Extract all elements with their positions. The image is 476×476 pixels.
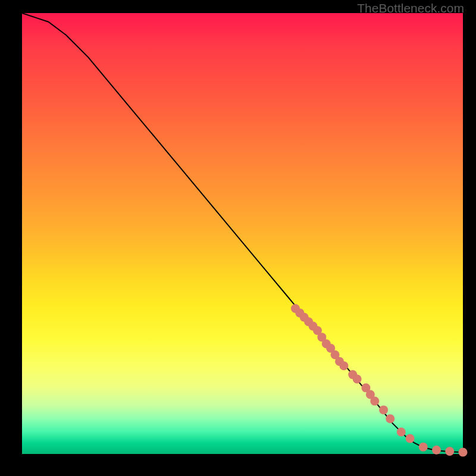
data-marker (406, 434, 415, 443)
data-marker (459, 448, 468, 457)
curve-line (22, 13, 463, 452)
data-marker (386, 414, 394, 423)
data-marker (432, 446, 441, 455)
data-marker (339, 361, 348, 370)
data-marker (397, 427, 406, 436)
chart-svg (22, 13, 463, 454)
data-marker (419, 443, 428, 452)
data-marker (379, 405, 388, 414)
data-marker (370, 397, 379, 406)
marker-group (291, 304, 468, 457)
data-marker (445, 447, 454, 456)
data-marker (353, 375, 362, 384)
chart-frame: TheBottleneck.com (0, 0, 476, 476)
